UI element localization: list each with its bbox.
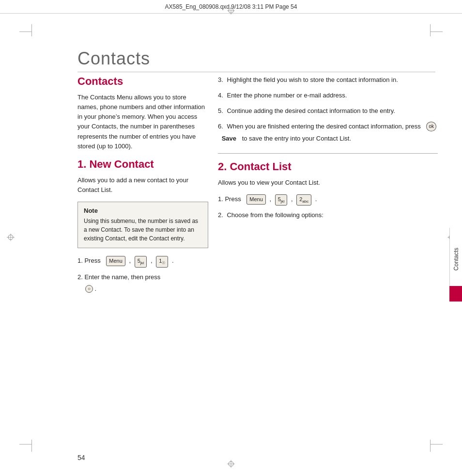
clist-step1-label: 1. Press (218, 194, 241, 204)
contacts-body: The Contacts Menu allows you to store na… (77, 93, 208, 151)
contact-list-heading: 2. Contact List (218, 160, 438, 173)
contact-list-body: Allows you to view your Contact List. (218, 178, 438, 188)
clist-step2-num: 2. (218, 210, 225, 220)
step6-text-before: When you are finished entering the desir… (227, 122, 420, 131)
step-3-line: 3. Highlight the field you wish to store… (218, 75, 438, 85)
corner-line-bl-v (31, 440, 32, 452)
step4-text: Enter the phone number or e-mail address… (227, 91, 347, 100)
step4-num: 4. (218, 91, 225, 100)
clist-menu-key: Menu (246, 194, 266, 205)
step5-text: Continue adding the desired contact info… (227, 106, 395, 116)
corner-line-tr-v (430, 24, 431, 36)
note-title: Note (84, 207, 202, 214)
chapter-divider (77, 72, 435, 72)
step-4-line: 4. Enter the phone number or e-mail addr… (218, 91, 438, 100)
clist-step-2-line: 2. Choose from the following options: (218, 210, 438, 220)
step2-label: 2. Enter the name, then press (77, 272, 160, 282)
contacts-heading: Contacts (77, 75, 208, 88)
menu-key: Menu (106, 256, 125, 266)
right-column: 3. Highlight the field you wish to store… (218, 75, 438, 437)
key1: 1☉ (156, 256, 168, 268)
side-tab: Contacts (449, 228, 462, 291)
left-column: Contacts The Contacts Menu allows you to… (77, 75, 208, 437)
content-area: Contacts The Contacts Menu allows you to… (77, 75, 438, 437)
crosshair-left-mark (7, 234, 15, 243)
key5: 5jkl (135, 256, 147, 268)
side-tab-label: Contacts (453, 248, 460, 270)
chapter-title: Contacts (77, 48, 150, 69)
step6-text-after: to save the entry into your Contact List… (242, 134, 351, 143)
corner-line-tl-h (19, 32, 31, 32)
crosshair-bottom-mark (227, 460, 235, 469)
new-contact-body: Allows you to add a new contact to your … (77, 175, 208, 195)
nav-circle-icon: ○ (85, 285, 93, 293)
corner-line-br-h (431, 444, 443, 444)
step3-text: Highlight the field you wish to store th… (227, 75, 398, 85)
page: AX585_Eng_080908.qxd 9/12/08 3:11 PM Pag… (0, 0, 462, 476)
step-6-line: 6. When you are finished entering the de… (218, 122, 438, 143)
step-5-line: 5. Continue adding the desired contact i… (218, 106, 438, 116)
clist-key2: 2abc (296, 194, 311, 206)
step-2-line: 2. Enter the name, then press ○ . (77, 272, 208, 294)
step5-num: 5. (218, 106, 225, 116)
step2-key: ○ . (85, 284, 96, 294)
step1-label: 1. Press (77, 256, 101, 266)
step-1-line: 1. Press Menu , 5jkl , 1☉ . (77, 256, 208, 268)
page-number: 54 (77, 454, 85, 461)
corner-line-br-v (430, 440, 431, 452)
side-tab-highlight (449, 286, 462, 301)
clist-step2-text: Choose from the following options: (227, 210, 323, 220)
section-divider (218, 153, 438, 154)
note-box: Note Using this submenu, the number is s… (77, 202, 208, 248)
step6-num: 6. (218, 122, 225, 131)
clist-step-1-line: 1. Press Menu , 5jkl , 2abc . (218, 194, 438, 206)
new-contact-heading: 1. New Contact (77, 158, 208, 171)
note-text: Using this submenu, the number is saved … (84, 217, 202, 243)
ok-icon: ok (426, 122, 436, 131)
corner-line-bl-h (19, 444, 31, 444)
corner-line-tr-h (431, 32, 443, 32)
step3-num: 3. (218, 75, 225, 85)
crosshair-top-mark (227, 7, 235, 16)
corner-line-tl-v (31, 24, 32, 36)
clist-key5: 5jkl (275, 194, 288, 206)
save-label: Save (222, 134, 236, 143)
